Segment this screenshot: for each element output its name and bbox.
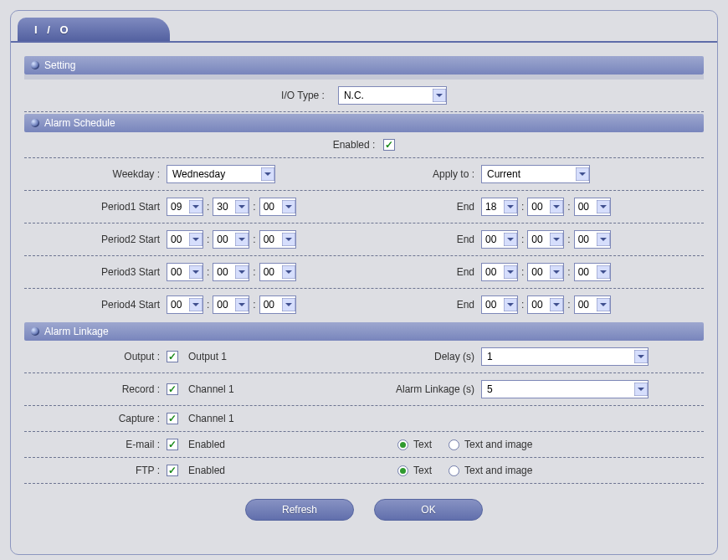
row-output: Output : Output 1 Delay (s) 1: [24, 341, 704, 373]
row-weekday: Weekday : Wednesday Apply to : Current: [24, 158, 704, 191]
io-type-label: I/O Type :: [281, 90, 331, 101]
row-email: E-mail : Enabled Text Text and image: [24, 432, 704, 458]
period3-end-mm[interactable]: 00: [527, 263, 564, 281]
enabled-label: Enabled :: [333, 139, 376, 151]
period2-start-ss[interactable]: 00: [259, 230, 296, 249]
row-period-2: Period2 Start00:00:00End00:00:00: [24, 223, 704, 256]
period1-end-mm[interactable]: 00: [527, 198, 564, 216]
delay-label: Delay (s): [364, 351, 481, 362]
bullet-icon: [31, 119, 39, 127]
period2-end-mm[interactable]: 00: [527, 230, 564, 249]
period2-end-label: End: [364, 234, 481, 245]
output-label: Output :: [28, 351, 167, 362]
capture-label: Capture :: [28, 413, 167, 424]
email-radio-text[interactable]: [397, 439, 408, 450]
period2-start-mm[interactable]: 00: [213, 230, 249, 249]
ok-button[interactable]: OK: [374, 499, 483, 521]
section-header-linkage: Alarm Linkage: [24, 322, 704, 341]
period3-start-mm[interactable]: 00: [213, 263, 249, 281]
email-radio-text-image[interactable]: [449, 439, 459, 450]
row-io-type: I/O Type : N.C.: [24, 80, 704, 112]
period1-end-ss[interactable]: 00: [574, 198, 611, 216]
row-capture: Capture : Channel 1: [24, 406, 704, 432]
period3-start-ss[interactable]: 00: [259, 263, 296, 281]
period4-end-mm[interactable]: 00: [527, 295, 564, 314]
period1-start-hh[interactable]: 09: [167, 198, 203, 216]
capture-checkbox[interactable]: [167, 413, 178, 424]
row-record: Record : Channel 1 Alarm Linkage (s) 5: [24, 373, 704, 406]
period1-start-label: Period1 Start: [28, 201, 167, 213]
email-radio-text-label: Text: [413, 439, 432, 450]
tab-underline: [11, 41, 717, 43]
period2-end-hh[interactable]: 00: [481, 230, 518, 249]
period4-end-ss[interactable]: 00: [574, 295, 611, 314]
email-enabled-text: Enabled: [188, 439, 225, 450]
period1-start-mm[interactable]: 30: [213, 198, 249, 216]
section-title: Alarm Schedule: [44, 117, 115, 129]
section-header-schedule: Alarm Schedule: [24, 114, 704, 132]
period3-start-hh[interactable]: 00: [167, 263, 203, 281]
apply-to-select[interactable]: Current: [481, 165, 590, 183]
period3-end-label: End: [364, 266, 481, 278]
io-page: I / O Setting I/O Type : N.C. Alarm Sche…: [10, 10, 718, 555]
delay-select[interactable]: 1: [481, 347, 649, 366]
refresh-button[interactable]: Refresh: [245, 499, 354, 521]
record-text: Channel 1: [188, 383, 234, 395]
period4-end-hh[interactable]: 00: [481, 295, 518, 314]
row-period-4: Period4 Start00:00:00End00:00:00: [24, 289, 704, 321]
io-type-select[interactable]: N.C.: [338, 86, 447, 105]
ftp-radio-text[interactable]: [397, 465, 408, 476]
tab-bar: I / O: [11, 11, 717, 43]
ftp-radio-text-image-label: Text and image: [464, 465, 532, 476]
weekday-label: Weekday :: [28, 168, 167, 180]
ftp-radio-text-image[interactable]: [449, 465, 459, 476]
period1-end-label: End: [364, 201, 481, 213]
section-header-setting: Setting: [24, 56, 704, 74]
ftp-checkbox[interactable]: [167, 465, 178, 476]
ftp-radio-text-label: Text: [413, 465, 432, 476]
row-period-3: Period3 Start00:00:00End00:00:00: [24, 256, 704, 289]
period1-start-ss[interactable]: 00: [259, 198, 296, 216]
row-enabled: Enabled :: [24, 132, 704, 158]
tab-io[interactable]: I / O: [18, 18, 170, 43]
enabled-checkbox[interactable]: [383, 139, 395, 151]
ftp-enabled-text: Enabled: [188, 465, 225, 476]
period4-start-ss[interactable]: 00: [259, 295, 296, 314]
email-checkbox[interactable]: [167, 439, 178, 450]
period4-start-hh[interactable]: 00: [167, 295, 203, 314]
section-title: Alarm Linkage: [44, 326, 109, 337]
row-period-1: Period1 Start09:30:00End18:00:00: [24, 191, 704, 223]
period3-end-ss[interactable]: 00: [574, 263, 611, 281]
bullet-icon: [31, 327, 39, 336]
output-checkbox[interactable]: [167, 351, 178, 362]
alarm-linkage-label: Alarm Linkage (s): [364, 383, 481, 395]
period3-start-label: Period3 Start: [28, 266, 167, 278]
email-label: E-mail :: [28, 439, 167, 450]
output-text: Output 1: [188, 351, 227, 362]
row-ftp: FTP : Enabled Text Text and image: [24, 458, 704, 484]
period4-start-mm[interactable]: 00: [213, 295, 249, 314]
capture-text: Channel 1: [188, 413, 234, 424]
record-checkbox[interactable]: [167, 383, 178, 395]
period4-start-label: Period4 Start: [28, 299, 167, 311]
period1-end-hh[interactable]: 18: [481, 198, 518, 216]
period2-end-ss[interactable]: 00: [574, 230, 611, 249]
email-radio-text-image-label: Text and image: [464, 439, 532, 450]
period4-end-label: End: [364, 299, 481, 311]
weekday-select[interactable]: Wednesday: [167, 165, 275, 183]
panel: Setting I/O Type : N.C. Alarm Schedule E…: [11, 43, 717, 554]
section-title: Setting: [44, 59, 75, 71]
period2-start-label: Period2 Start: [28, 234, 167, 245]
ftp-label: FTP :: [28, 465, 167, 476]
period2-start-hh[interactable]: 00: [167, 230, 203, 249]
button-bar: Refresh OK: [24, 484, 704, 541]
apply-to-label: Apply to :: [364, 168, 481, 180]
period3-end-hh[interactable]: 00: [481, 263, 518, 281]
record-label: Record :: [28, 383, 167, 395]
alarm-linkage-select[interactable]: 5: [481, 380, 649, 398]
bullet-icon: [31, 61, 39, 69]
